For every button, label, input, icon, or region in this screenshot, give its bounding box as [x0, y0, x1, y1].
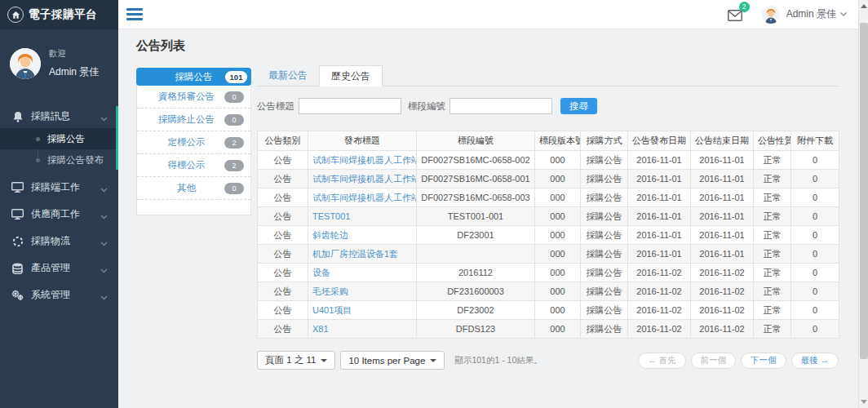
sidebar-item[interactable]: 供應商工作 [0, 201, 118, 228]
announcement-title-cell: 机加厂房控温设备1套 [308, 245, 417, 264]
spinner-icon [11, 235, 24, 247]
column-header: 公告發布日期 [628, 131, 691, 151]
announcement-link[interactable]: U401项目 [312, 305, 352, 315]
table-cell: 000 [535, 188, 581, 207]
mail-icon[interactable]: 2 [728, 7, 744, 23]
table-cell: 2016-11-01 [691, 226, 754, 245]
table-row: 公告TEST001TEST001-001000採購公告2016-11-01201… [258, 207, 839, 226]
page-title: 公告列表 [136, 38, 185, 54]
chevron-down-icon [100, 211, 108, 219]
category-count-badge: 0 [224, 183, 244, 194]
content-area: 公告列表 採購公告101資格預審公告0採購終止公告0定標公示2得標公示2其他0 … [118, 29, 858, 408]
vertical-scrollbar[interactable] [858, 0, 868, 408]
tab-latest[interactable]: 最新公告 [257, 64, 319, 86]
category-count-badge: 0 [224, 114, 244, 126]
column-header: 採購方式 [581, 131, 628, 151]
announcement-link[interactable]: 毛坯采购 [312, 286, 348, 296]
table-cell: 2016-11-01 [691, 170, 754, 188]
table-cell: DF0027SB16MC-0658-003 [417, 188, 535, 207]
table-cell: 0 [791, 170, 839, 188]
chevron-down-icon [100, 113, 108, 121]
column-header: 公告類別 [258, 131, 308, 151]
category-item[interactable]: 定標公示2 [137, 131, 250, 154]
sidebar-subitem[interactable]: 採購公告 [0, 128, 118, 149]
segment-number-label: 標段編號 [408, 100, 445, 113]
announcement-link[interactable]: 斜齿轮边 [312, 230, 348, 240]
scrollbar-thumb[interactable] [860, 23, 868, 359]
chevron-down-icon [100, 291, 108, 299]
table-cell: 正常 [754, 301, 791, 320]
category-label: 採購終止公告 [158, 113, 215, 126]
table-cell: 正常 [754, 188, 791, 207]
table-cell: 正常 [754, 151, 791, 170]
category-item-active[interactable]: 採購公告101 [136, 68, 251, 86]
next-page-button[interactable]: 下一個 [741, 353, 786, 369]
prev-page-button[interactable]: 前一個 [691, 353, 737, 369]
table-cell: 正常 [754, 264, 791, 282]
category-item[interactable]: 得標公示2 [137, 154, 250, 177]
category-item[interactable]: 其他0 [137, 177, 250, 200]
sidebar-item[interactable]: 產品管理 [0, 255, 118, 282]
pagination-bar: 頁面 1 之 11 10 Items per Page 顯示101的1 - 10… [257, 351, 839, 370]
announcement-link[interactable]: X81 [312, 324, 329, 334]
announcement-title-cell: 试制车间焊接机器人工作站 [308, 170, 417, 188]
table-cell: 2016-11-01 [628, 151, 691, 170]
table-cell: 採購公告 [581, 226, 628, 245]
page-selector-dropdown[interactable]: 頁面 1 之 11 [257, 351, 335, 370]
announcement-link[interactable]: 试制车间焊接机器人工作站 [312, 155, 417, 165]
table-cell: 採購公告 [581, 282, 628, 301]
sidebar-item[interactable]: 採購物流 [0, 228, 118, 255]
chevron-down-icon [100, 184, 108, 192]
tab-history[interactable]: 歷史公告 [319, 65, 383, 86]
bullet-icon [36, 137, 40, 141]
table-cell: 正常 [754, 245, 791, 264]
search-button[interactable]: 搜尋 [560, 98, 597, 114]
table-cell: DF23001 [417, 226, 535, 245]
table-cell: DF23002 [417, 301, 535, 320]
announcement-link[interactable]: 机加厂房控温设备1套 [312, 249, 398, 259]
table-cell: 2016-11-01 [691, 188, 754, 207]
sidebar-item-label: 系統管理 [31, 288, 100, 302]
app-title: 電子採購平台 [29, 7, 97, 22]
sidebar-subitem[interactable]: 採購公告發布 [0, 149, 118, 171]
sidebar-item[interactable]: 採購訊息 [0, 106, 118, 126]
mail-count-badge: 2 [739, 2, 750, 12]
hamburger-menu-icon[interactable] [126, 8, 143, 20]
app-root: 電子採購平台 歡迎 Admin 景佳 採購訊息採購公告採購公告發布採購端工作供應… [0, 0, 868, 408]
announcement-title-label: 公告標題 [257, 100, 294, 113]
table-cell: 2016-11-01 [691, 151, 754, 170]
announcement-link[interactable]: TEST001 [312, 211, 350, 221]
table-row: 公告机加厂房控温设备1套000採購公告2016-11-012016-11-01正… [258, 245, 839, 264]
announcement-title-input[interactable] [299, 98, 401, 114]
category-item[interactable]: 採購終止公告0 [137, 109, 250, 131]
category-count-badge: 101 [225, 71, 247, 83]
app-logo[interactable]: 電子採購平台 [0, 0, 118, 29]
announcement-link[interactable]: 设备 [312, 268, 330, 277]
sidebar-item-label: 採購物流 [31, 234, 100, 248]
scroll-up-icon[interactable] [861, 4, 867, 8]
table-cell: 正常 [754, 207, 791, 226]
category-item[interactable]: 資格預審公告0 [137, 86, 250, 109]
announcement-link[interactable]: 试制车间焊接机器人工作站 [312, 193, 417, 202]
table-cell: 000 [535, 245, 581, 264]
table-cell: 正常 [754, 320, 791, 339]
scroll-down-icon[interactable] [861, 400, 867, 404]
table-cell: 000 [535, 170, 581, 188]
category-count-badge: 2 [224, 137, 244, 149]
sidebar-item[interactable]: 採購端工作 [0, 174, 118, 201]
column-header: 公告结束日期 [691, 131, 754, 151]
first-page-button[interactable]: ← 首先 [638, 353, 685, 369]
items-per-page-dropdown[interactable]: 10 Items per Page [340, 351, 445, 370]
announcement-link[interactable]: 试制车间焊接机器人工作站 [312, 174, 417, 184]
segment-number-input[interactable] [450, 98, 552, 114]
table-header-row: 公告類別發布標題標段編號標段版本號採購方式公告發布日期公告结束日期公告性質附件下… [258, 131, 839, 151]
topbar-user-menu[interactable]: Admin 景佳 [786, 7, 847, 21]
announcement-title-cell: 毛坯采购 [308, 282, 417, 301]
table-cell: 0 [791, 264, 839, 282]
topbar-avatar[interactable] [762, 6, 780, 24]
sidebar-item[interactable]: 系統管理 [0, 282, 118, 308]
topbar-right: 2 Admin 景佳 [728, 6, 847, 24]
table-cell: 公告 [258, 188, 308, 207]
last-page-button[interactable]: 最後 → [791, 353, 839, 369]
table-cell: 2016-11-02 [628, 320, 691, 339]
